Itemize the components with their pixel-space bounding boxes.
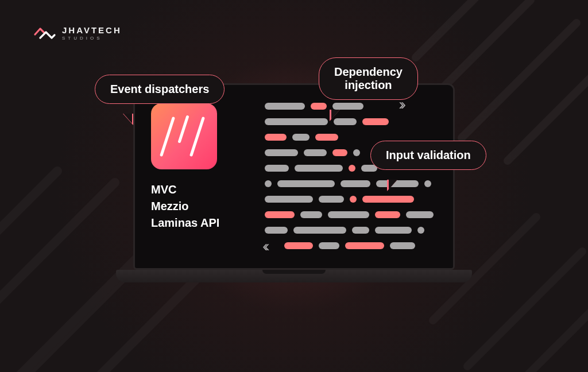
code-line — [265, 102, 437, 110]
brand-subtitle: STUDIOS — [62, 36, 122, 41]
framework-icon — [151, 103, 217, 169]
callout-input-validation: Input validation — [370, 141, 486, 170]
chevron-left-icon: ‹‹ — [262, 237, 266, 255]
code-line — [265, 195, 437, 203]
feature-laminas: Laminas API — [151, 216, 249, 230]
code-line — [284, 242, 437, 249]
screen-left-panel: MVC Mezzio Laminas API — [151, 99, 249, 254]
callout-event-dispatchers: Event dispatchers — [95, 75, 225, 104]
callout-label-line1: Dependency — [334, 65, 403, 78]
laptop-base — [116, 270, 472, 282]
code-line — [265, 133, 437, 141]
code-line — [265, 226, 437, 234]
feature-mezzio: Mezzio — [151, 200, 249, 213]
feature-mvc: MVC — [151, 183, 249, 196]
laptop-illustration: MVC Mezzio Laminas API ›› ‹‹ — [133, 83, 455, 282]
logo-icon — [33, 25, 56, 41]
callout-dependency-injection: Dependency injection — [319, 57, 418, 100]
callout-label: Event dispatchers — [110, 83, 209, 95]
code-abstract: ›› ‹‹ — [265, 99, 437, 254]
code-line — [265, 211, 437, 218]
callout-label: Input validation — [386, 149, 471, 161]
laptop-screen: MVC Mezzio Laminas API ›› ‹‹ — [133, 83, 455, 270]
callout-label-line2: injection — [345, 79, 392, 91]
code-line — [265, 180, 437, 187]
brand-logo: JHAVTECH STUDIOS — [33, 25, 122, 41]
code-line — [265, 118, 437, 125]
feature-list: MVC Mezzio Laminas API — [151, 183, 249, 230]
brand-name: JHAVTECH — [62, 26, 122, 34]
